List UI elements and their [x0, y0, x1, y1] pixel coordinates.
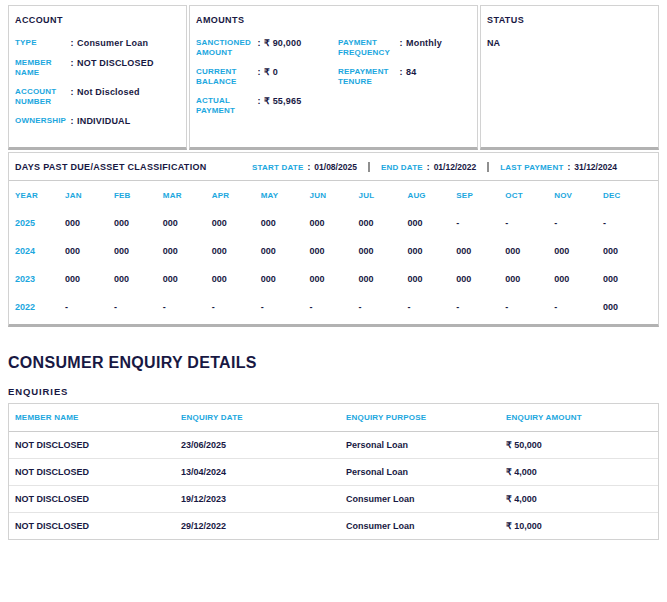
- dpd-value: 000: [359, 237, 408, 265]
- dpd-value: 000: [212, 237, 261, 265]
- amounts-column-left: SANCTIONED AMOUNT ₹ 90,000 CURRENT BALAN…: [196, 38, 338, 125]
- consumer-enquiry-section-title: CONSUMER ENQUIRY DETAILS: [8, 354, 659, 372]
- dpd-value: 000: [65, 237, 114, 265]
- dpd-column-header: FEB: [114, 182, 163, 209]
- account-field-account-number: ACCOUNT NUMBER Not Disclosed: [15, 87, 180, 107]
- field-value: Monthly: [406, 38, 442, 58]
- cell-enquiry-date: 29/12/2022: [175, 513, 340, 539]
- dpd-value: 000: [261, 209, 310, 237]
- enquiries-table: MEMBER NAME ENQUIRY DATE ENQUIRY PURPOSE…: [8, 403, 659, 540]
- dpd-value: -: [310, 293, 359, 321]
- colon-separator: [307, 162, 310, 172]
- amounts-field-actual-payment: ACTUAL PAYMENT ₹ 55,965: [196, 96, 338, 116]
- amounts-card: AMOUNTS SANCTIONED AMOUNT ₹ 90,000 CURRE…: [189, 5, 478, 150]
- cell-member-name: NOT DISCLOSED: [9, 513, 175, 539]
- field-label: SANCTIONED AMOUNT: [196, 38, 254, 58]
- cell-enquiry-date: 23/06/2025: [175, 432, 340, 458]
- dpd-year: 2022: [15, 293, 65, 321]
- date-label: LAST PAYMENT: [500, 163, 563, 172]
- divider: [487, 162, 489, 172]
- colon-separator: [67, 87, 77, 107]
- dpd-year: 2025: [15, 209, 65, 237]
- colon-separator: [254, 67, 264, 87]
- dpd-value: 000: [554, 265, 603, 293]
- amounts-field-repayment-tenure: REPAYMENT TENURE 84: [338, 67, 471, 87]
- dpd-table: YEAR JAN FEB MAR APR MAY JUN JUL AUG SEP…: [9, 181, 658, 324]
- dpd-value: -: [261, 293, 310, 321]
- dpd-column-header: APR: [212, 182, 261, 209]
- dpd-value: 000: [554, 237, 603, 265]
- colon-separator: [67, 38, 77, 49]
- field-value: ₹ 90,000: [264, 38, 301, 58]
- cell-enquiry-purpose: Consumer Loan: [340, 486, 500, 512]
- cell-member-name: NOT DISCLOSED: [9, 486, 175, 512]
- field-label: ACCOUNT NUMBER: [15, 87, 67, 107]
- enquiry-row: NOT DISCLOSED 29/12/2022 Consumer Loan ₹…: [9, 513, 658, 539]
- dpd-value: -: [505, 293, 554, 321]
- column-header-enquiry-date: ENQUIRY DATE: [175, 404, 340, 431]
- cell-enquiry-date: 19/12/2023: [175, 486, 340, 512]
- dpd-value: 000: [310, 237, 359, 265]
- dpd-value: 000: [163, 209, 212, 237]
- field-label: TYPE: [15, 38, 67, 49]
- enquiries-subtitle: ENQUIRIES: [8, 386, 659, 397]
- amounts-columns: SANCTIONED AMOUNT ₹ 90,000 CURRENT BALAN…: [196, 38, 471, 125]
- colon-separator: [254, 96, 264, 116]
- dpd-value: 000: [456, 237, 505, 265]
- dpd-value: -: [456, 209, 505, 237]
- dpd-value: -: [212, 293, 261, 321]
- dpd-value: 000: [65, 209, 114, 237]
- field-value: INDIVIDUAL: [77, 116, 131, 127]
- dpd-value: 000: [603, 293, 652, 321]
- dpd-value: 000: [163, 265, 212, 293]
- date-value: 01/12/2022: [434, 162, 477, 172]
- column-header-enquiry-amount: ENQUIRY AMOUNT: [500, 404, 658, 431]
- dpd-last-payment: LAST PAYMENT 31/12/2024: [500, 162, 617, 172]
- enquiry-row: NOT DISCLOSED 19/12/2023 Consumer Loan ₹…: [9, 486, 658, 513]
- enquiry-row: NOT DISCLOSED 13/04/2024 Personal Loan ₹…: [9, 459, 658, 486]
- date-value: 01/08/2025: [314, 162, 357, 172]
- cell-enquiry-purpose: Personal Loan: [340, 432, 500, 458]
- dpd-value: 000: [65, 265, 114, 293]
- dpd-value: -: [554, 209, 603, 237]
- dpd-value: 000: [163, 237, 212, 265]
- dpd-column-header: JUL: [359, 182, 408, 209]
- field-label: OWNERSHIP: [15, 116, 67, 127]
- colon-separator: [67, 58, 77, 78]
- field-label: PAYMENT FREQUENCY: [338, 38, 396, 58]
- dpd-value: -: [65, 293, 114, 321]
- column-header-enquiry-purpose: ENQUIRY PURPOSE: [340, 404, 500, 431]
- dpd-value: 000: [359, 209, 408, 237]
- dpd-value: 000: [456, 265, 505, 293]
- dpd-column-header: OCT: [505, 182, 554, 209]
- dpd-value: 000: [261, 265, 310, 293]
- dpd-value: 000: [114, 209, 163, 237]
- dpd-value: -: [554, 293, 603, 321]
- dpd-value: -: [407, 293, 456, 321]
- amounts-column-right: PAYMENT FREQUENCY Monthly REPAYMENT TENU…: [338, 38, 471, 125]
- amounts-field-sanctioned: SANCTIONED AMOUNT ₹ 90,000: [196, 38, 338, 58]
- dpd-value: -: [505, 209, 554, 237]
- field-label: CURRENT BALANCE: [196, 67, 254, 87]
- dpd-value: 000: [603, 237, 652, 265]
- dpd-value: -: [359, 293, 408, 321]
- dpd-column-header: JUN: [310, 182, 359, 209]
- dpd-column-header: AUG: [407, 182, 456, 209]
- colon-separator: [254, 38, 264, 58]
- amounts-field-current-balance: CURRENT BALANCE ₹ 0: [196, 67, 338, 87]
- field-value: NOT DISCLOSED: [77, 58, 154, 78]
- field-value: ₹ 55,965: [264, 96, 301, 116]
- dpd-value: 000: [114, 265, 163, 293]
- account-field-type: TYPE Consumer Loan: [15, 38, 180, 49]
- enquiry-row: NOT DISCLOSED 23/06/2025 Personal Loan ₹…: [9, 432, 658, 459]
- date-value: 31/12/2024: [574, 162, 617, 172]
- colon-separator: [396, 67, 406, 87]
- dpd-value: 000: [261, 237, 310, 265]
- field-label: REPAYMENT TENURE: [338, 67, 396, 87]
- dpd-value: 000: [310, 265, 359, 293]
- dpd-title: DAYS PAST DUE/ASSET CLASSIFICATION: [15, 162, 252, 172]
- dpd-value: -: [163, 293, 212, 321]
- account-field-member-name: MEMBER NAME NOT DISCLOSED: [15, 58, 180, 78]
- column-header-member-name: MEMBER NAME: [9, 404, 175, 431]
- dpd-value: 000: [212, 265, 261, 293]
